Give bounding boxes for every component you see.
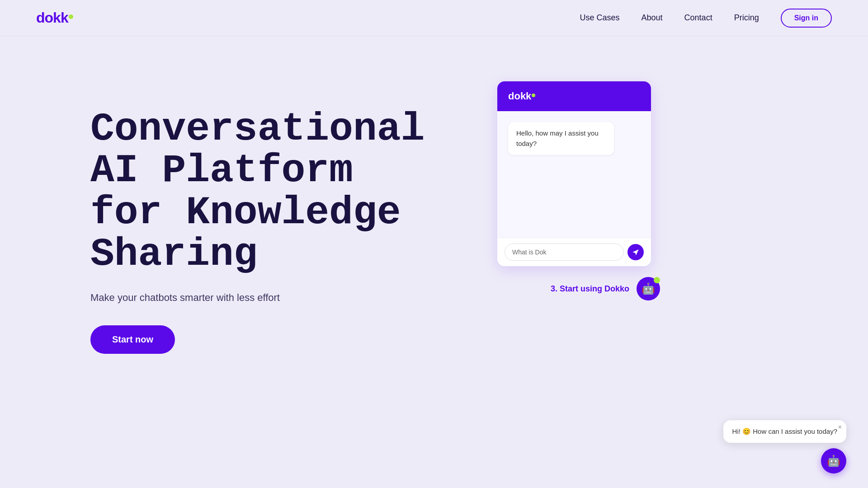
hero-subtitle: Make your chatbots smarter with less eff… <box>90 292 407 304</box>
floating-chat: × Hi! 😊 How can I assist you today? 🤖 <box>723 420 846 474</box>
chat-header: dokk <box>497 81 651 111</box>
chat-demo: dokk Hello, how may I assist you today? … <box>497 81 660 300</box>
chat-body: Hello, how may I assist you today? <box>497 111 651 238</box>
send-icon <box>632 249 639 256</box>
chat-header-dot <box>532 94 535 97</box>
logo-dot <box>69 14 73 19</box>
logo-text: dokk <box>36 9 73 26</box>
floating-chat-icon: 🤖 <box>827 455 840 467</box>
navbar: dokk Use Cases About Contact Pricing Sig… <box>0 0 868 36</box>
chat-input[interactable] <box>505 244 624 261</box>
step-text: 3. Start using Dokko <box>551 284 629 294</box>
nav-about[interactable]: About <box>642 13 663 23</box>
hero-section: Conversational AI Platform for Knowledge… <box>0 36 868 443</box>
floating-message-text: Hi! 😊 How can I assist you today? <box>732 427 837 435</box>
logo[interactable]: dokk <box>36 9 73 26</box>
signin-button[interactable]: Sign in <box>781 9 832 28</box>
chat-send-button[interactable] <box>627 244 644 260</box>
floating-chat-button[interactable]: 🤖 <box>821 448 846 474</box>
hero-title: Conversational AI Platform for Knowledge… <box>90 108 407 276</box>
step-avatar-dot <box>654 277 660 283</box>
chat-input-row <box>497 238 651 266</box>
chat-header-logo: dokk <box>508 90 535 102</box>
nav-use-cases[interactable]: Use Cases <box>580 13 620 23</box>
floating-close-button[interactable]: × <box>838 424 842 430</box>
start-now-button[interactable]: Start now <box>90 325 175 354</box>
nav-pricing[interactable]: Pricing <box>734 13 759 23</box>
floating-message-bubble: × Hi! 😊 How can I assist you today? <box>723 420 846 443</box>
hero-content: Conversational AI Platform for Knowledge… <box>90 72 407 354</box>
nav-links: Use Cases About Contact Pricing Sign in <box>580 9 832 28</box>
nav-contact[interactable]: Contact <box>684 13 712 23</box>
step-avatar-face: 🤖 <box>642 282 655 295</box>
step-label: 3. Start using Dokko 🤖 <box>497 277 660 300</box>
chat-widget: dokk Hello, how may I assist you today? <box>497 81 651 266</box>
step-avatar: 🤖 <box>637 277 660 300</box>
chat-welcome-bubble: Hello, how may I assist you today? <box>508 122 614 155</box>
